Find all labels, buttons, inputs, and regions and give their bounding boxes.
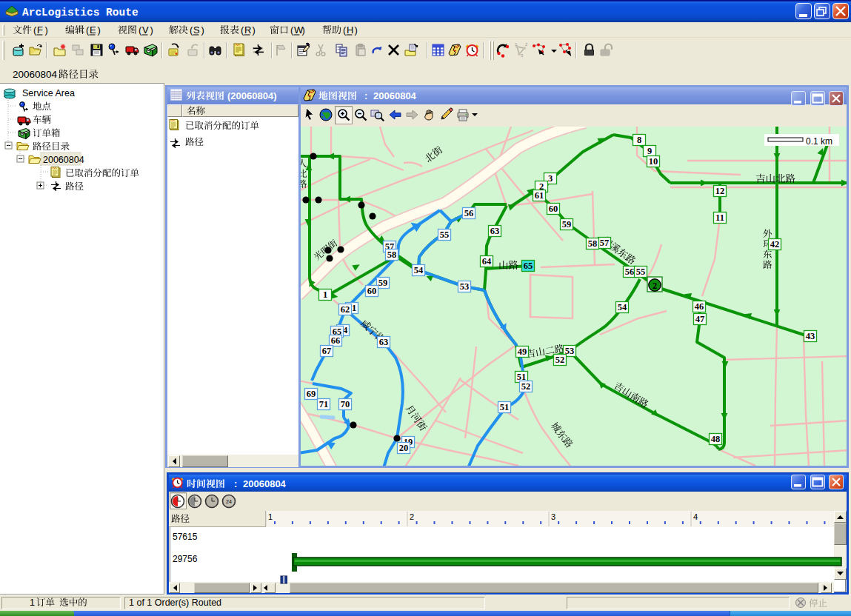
svg-text:9: 9 <box>647 146 652 156</box>
svg-text:): ) <box>201 24 204 36</box>
svg-text:3: 3 <box>548 173 553 184</box>
svg-text:52: 52 <box>521 381 531 392</box>
svg-text:S: S <box>193 24 200 36</box>
svg-text:54: 54 <box>618 302 627 312</box>
svg-text:(20060804): (20060804) <box>227 90 277 101</box>
svg-text:70: 70 <box>341 399 350 409</box>
svg-text:60: 60 <box>549 204 558 214</box>
svg-text:64: 64 <box>482 256 492 267</box>
svg-text:65: 65 <box>524 261 533 271</box>
svg-text:11: 11 <box>715 212 724 223</box>
svg-text:12: 12 <box>715 186 725 196</box>
svg-text:4: 4 <box>693 512 698 521</box>
svg-text:): ) <box>45 24 48 36</box>
svg-text:43: 43 <box>806 331 815 341</box>
svg-text:56: 56 <box>625 267 635 277</box>
svg-text:1: 1 <box>268 512 273 521</box>
svg-text:56: 56 <box>464 208 474 218</box>
svg-text:3: 3 <box>521 53 524 58</box>
svg-text:8: 8 <box>637 135 641 145</box>
svg-text:E: E <box>90 24 96 36</box>
svg-text:): ) <box>150 24 153 36</box>
svg-text:): ) <box>355 24 358 36</box>
svg-text:67: 67 <box>322 346 332 356</box>
svg-text:59: 59 <box>378 278 388 288</box>
svg-text:0.1 km: 0.1 km <box>806 136 832 147</box>
svg-text:V: V <box>142 24 149 36</box>
svg-text::: : <box>234 478 237 489</box>
svg-text:2: 2 <box>525 42 528 47</box>
svg-text:29756: 29756 <box>173 554 198 564</box>
svg-text:47: 47 <box>695 314 705 324</box>
svg-text:R: R <box>244 24 251 36</box>
svg-text::: : <box>364 90 367 101</box>
svg-text:58: 58 <box>387 250 397 260</box>
svg-text:20060804: 20060804 <box>13 69 58 80</box>
svg-text:24: 24 <box>226 499 232 504</box>
svg-text:57: 57 <box>600 238 610 248</box>
svg-text:2: 2 <box>653 281 657 291</box>
svg-text:2: 2 <box>410 512 414 521</box>
svg-text:20: 20 <box>399 443 409 453</box>
svg-text:20060804: 20060804 <box>243 478 287 489</box>
svg-text:1 of 1 Order(s) Routed: 1 of 1 Order(s) Routed <box>129 597 221 608</box>
svg-text:42: 42 <box>770 239 780 250</box>
svg-text:63: 63 <box>490 226 500 236</box>
svg-text:66: 66 <box>331 335 341 346</box>
svg-text:20060804: 20060804 <box>43 155 84 165</box>
svg-text:53: 53 <box>460 281 470 292</box>
svg-text:57615: 57615 <box>173 532 198 542</box>
svg-text:F: F <box>37 24 43 36</box>
svg-text:60: 60 <box>367 286 377 296</box>
svg-text:): ) <box>302 24 305 36</box>
svg-text:46: 46 <box>695 301 704 312</box>
svg-text:54: 54 <box>414 265 424 275</box>
svg-text:71: 71 <box>319 399 329 409</box>
svg-text:55: 55 <box>440 230 450 240</box>
svg-text:48: 48 <box>711 434 721 444</box>
svg-text:58: 58 <box>588 238 598 249</box>
svg-text:69: 69 <box>307 389 316 399</box>
svg-text:51: 51 <box>500 402 510 412</box>
svg-text:63: 63 <box>379 337 389 347</box>
svg-text:1: 1 <box>323 289 327 300</box>
svg-text:20060804: 20060804 <box>373 90 417 101</box>
svg-text:55: 55 <box>636 267 646 277</box>
svg-text:): ) <box>98 24 101 36</box>
svg-text:62: 62 <box>341 304 350 315</box>
svg-text:ArcLogistics Route: ArcLogistics Route <box>22 7 139 19</box>
svg-text:10: 10 <box>649 156 658 167</box>
svg-text:): ) <box>253 24 256 36</box>
svg-text:52: 52 <box>555 355 565 365</box>
svg-text:3: 3 <box>551 512 555 521</box>
svg-text:Service Area: Service Area <box>22 88 75 98</box>
svg-text:1: 1 <box>30 597 35 608</box>
svg-text:H: H <box>347 24 353 36</box>
svg-text:49: 49 <box>518 346 527 357</box>
svg-text:59: 59 <box>562 219 572 230</box>
svg-text:61: 61 <box>535 190 544 201</box>
